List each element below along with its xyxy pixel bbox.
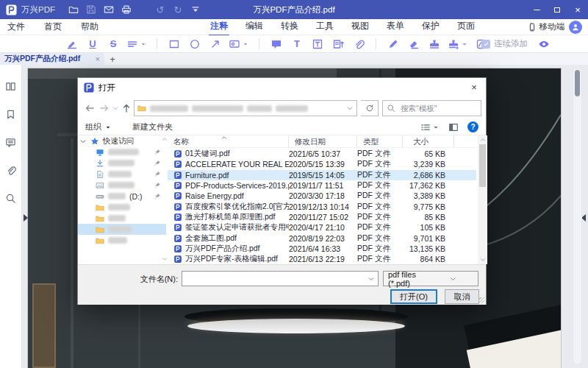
minimize-button[interactable] [526, 0, 547, 19]
up-button[interactable] [121, 102, 132, 114]
file-row[interactable]: Raise Energy.pdf2020/3/30 17:18PDF 文件3,3… [168, 191, 476, 201]
ribbon-tab-页面[interactable]: 页面 [456, 18, 476, 36]
ribbon-tab-编辑[interactable]: 编辑 [244, 18, 265, 36]
save-button[interactable] [83, 1, 99, 18]
file-row[interactable]: 激光打标机简单原理图.pdf2020/11/27 15:02PDF 文件85 K… [168, 212, 476, 222]
ribbon-tab-保护[interactable]: 保护 [420, 18, 441, 36]
sidebar-item-folder[interactable] [78, 224, 166, 235]
ribbon-tab-视图[interactable]: 视图 [350, 18, 370, 36]
new-folder-button[interactable]: 新建文件夹 [132, 121, 173, 132]
left-panel-toggle[interactable] [24, 214, 28, 222]
menu-首页[interactable]: 首页 [44, 21, 62, 33]
recent-locations-caret-icon[interactable] [112, 105, 119, 112]
filetype-select[interactable]: pdf files (*.pdf) [383, 271, 478, 286]
maximize-button[interactable] [547, 0, 567, 19]
file-row[interactable]: 全套施工图.pdf2020/8/19 22:03PDF 文件9,701 KB [168, 233, 476, 243]
quick-access-caret-button[interactable] [187, 1, 204, 18]
print-button[interactable] [118, 1, 135, 18]
page-scrollbar[interactable] [573, 68, 582, 365]
redo-button[interactable]: ↻ [170, 1, 186, 18]
new-tab-button[interactable]: + [104, 53, 121, 65]
mail-button[interactable] [101, 1, 117, 18]
search-box[interactable] [382, 100, 481, 116]
account-avatar[interactable] [569, 21, 582, 34]
column-type[interactable]: 类型 [357, 135, 403, 147]
file-row[interactable]: 万兴PDF产品介绍.pdf2021/6/4 16:33PDF 文件13,135 … [168, 244, 476, 254]
back-button[interactable] [84, 102, 96, 114]
menu-文件[interactable]: 文件 [7, 21, 25, 33]
bookmark-button[interactable] [5, 109, 16, 123]
file-row[interactable]: ACCELERATE YOUR REAL ESTATE DE...2020/5/… [168, 159, 476, 169]
visibility-button[interactable] [538, 38, 550, 50]
page-scrollbar-thumb[interactable] [575, 70, 580, 96]
scroll-down-icon[interactable] [479, 256, 487, 263]
sidebar-item-folder[interactable] [78, 213, 166, 224]
rectangle-button[interactable] [167, 36, 182, 52]
sidebar-item-downloads[interactable] [78, 158, 166, 169]
file-row[interactable]: Furniture.pdf2019/5/15 14:05PDF 文件2,686 … [168, 170, 476, 180]
open-button[interactable]: 打开(O) [390, 289, 437, 304]
sidebar-item-desktop[interactable] [78, 146, 166, 158]
sidebar-scrollbar[interactable] [161, 135, 167, 264]
ribbon-tab-转换[interactable]: 转换 [279, 18, 300, 36]
resize-grip[interactable] [478, 297, 484, 303]
menu-帮助[interactable]: 帮助 [81, 21, 98, 33]
document-tab[interactable]: 万兴PDF产品介绍.pdf × [0, 53, 104, 65]
highlighter-button[interactable] [65, 36, 79, 52]
refresh-button[interactable] [361, 100, 379, 116]
mobile-link[interactable]: 移动端 [528, 21, 565, 32]
thumbnails-button[interactable] [5, 81, 16, 95]
address-caret-icon[interactable] [346, 105, 354, 112]
sidebar-item-pictures[interactable] [78, 180, 166, 191]
text-button[interactable]: T [290, 36, 304, 52]
quick-access-node[interactable]: 快速访问 [78, 135, 166, 146]
filename-input[interactable] [182, 272, 368, 286]
underline-button[interactable]: U [85, 36, 100, 52]
stamp-button[interactable] [427, 36, 442, 52]
column-name[interactable]: 名称 [168, 135, 289, 147]
sidebar-item-drive[interactable]: (D:) [78, 191, 166, 202]
file-row[interactable]: 01关键词.pdf2021/6/5 10:37PDF 文件65 KB [168, 149, 476, 159]
scroll-up-icon[interactable] [479, 136, 487, 144]
ellipse-button[interactable] [187, 36, 202, 52]
ribbon-tab-工具[interactable]: 工具 [315, 18, 335, 36]
comment-panel-button[interactable] [5, 137, 16, 151]
file-row[interactable]: 签证签发认定申请获批者专用申请表(CN...2020/4/17 21:10PDF… [168, 222, 476, 233]
strikethrough-button[interactable]: S [106, 36, 121, 52]
attachment-panel-button[interactable] [5, 165, 16, 179]
forward-button[interactable] [98, 102, 110, 114]
pencil-button[interactable] [386, 36, 401, 52]
continuous-add-toggle[interactable]: 连续添加 [481, 38, 528, 49]
comment-button[interactable] [269, 36, 284, 52]
search-button[interactable] [5, 193, 16, 207]
caret-down-icon[interactable] [368, 275, 375, 283]
list-scrollbar-thumb[interactable] [479, 144, 486, 187]
eraser-button[interactable] [406, 36, 421, 52]
file-row[interactable]: 百度搜索引擎优化指南2.0[官方版].pdf2019/12/13 10:14PD… [168, 201, 476, 211]
cancel-button[interactable]: 取消 [445, 289, 479, 304]
preview-pane-icon[interactable] [448, 122, 459, 132]
sidebar-item-folder[interactable] [78, 202, 166, 213]
sidebar-item-folder[interactable] [78, 235, 166, 246]
address-bar[interactable] [134, 100, 357, 116]
tab-close-icon[interactable]: × [96, 54, 100, 63]
ribbon-tab-注释[interactable]: 注释 [209, 18, 229, 36]
column-date[interactable]: 修改日期 [289, 135, 357, 147]
view-mode-button[interactable] [420, 122, 440, 132]
column-size[interactable]: 大小 [403, 135, 454, 147]
text-box-button[interactable] [310, 36, 325, 52]
organize-menu[interactable]: 组织 [85, 121, 112, 132]
list-scrollbar[interactable] [478, 135, 487, 264]
attachment-button[interactable] [351, 36, 366, 52]
help-button[interactable]: ? [467, 121, 478, 132]
ribbon-tab-表单[interactable]: 表单 [385, 18, 406, 36]
typewriter-button[interactable] [331, 36, 345, 52]
callout-button[interactable] [229, 36, 249, 52]
file-row[interactable]: PDF-Products-Services-2019.pdf2019/11/7 … [168, 180, 476, 191]
sidebar-item-documents[interactable] [78, 169, 166, 180]
undo-button[interactable]: ↺ [152, 1, 168, 18]
search-input[interactable] [399, 103, 477, 113]
close-button[interactable]: × [567, 0, 588, 19]
open-folder-button[interactable] [65, 1, 82, 18]
custom-stamp-button[interactable] [448, 36, 468, 52]
